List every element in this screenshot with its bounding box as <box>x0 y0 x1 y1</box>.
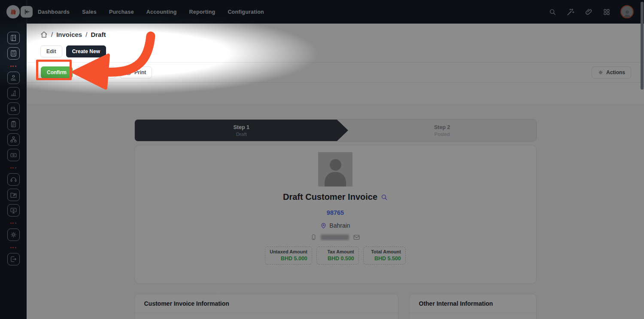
avatar-person-icon <box>623 9 632 18</box>
invoice-country-row: Bahrain <box>320 222 350 229</box>
ledger-book-icon[interactable] <box>7 32 20 44</box>
vertical-scrollbar[interactable] <box>641 2 644 90</box>
hand-payment-icon[interactable] <box>7 72 20 84</box>
logo-mark-icon <box>9 8 17 16</box>
sidebar-collapse-button[interactable] <box>21 6 33 18</box>
menu-item-sales[interactable]: Sales <box>82 9 97 15</box>
customer-invoice-information-card: Customer Invoice Information Customer* A… <box>134 294 398 319</box>
invoice-country: Bahrain <box>329 222 350 229</box>
hierarchy-boxes-icon[interactable] <box>7 133 20 146</box>
amount-label: Total Amount <box>368 249 401 254</box>
sidebar-section-divider <box>10 247 16 248</box>
user-avatar[interactable] <box>620 5 634 18</box>
invoice-number[interactable]: 98765 <box>327 209 344 216</box>
menu-item-configuration[interactable]: Configuration <box>228 9 264 15</box>
sidebar-section-divider <box>10 223 16 224</box>
status-toolbar: Confirm Cancel Print Actions <box>27 63 644 82</box>
cancel-button[interactable]: Cancel <box>76 66 116 78</box>
navbar-actions <box>549 0 634 24</box>
amount-value: BHD 0.500 <box>321 256 354 262</box>
phone-icon <box>311 234 316 241</box>
page-content: Step 1 Draft Step 2 Posted Draft Custome… <box>27 104 644 319</box>
tax-amount-box: Tax Amount BHD 0.500 <box>316 247 359 265</box>
cash-icon[interactable] <box>7 149 20 161</box>
total-amount-box: Total Amount BHD 5.500 <box>363 247 406 265</box>
breadcrumb-separator: / <box>85 31 87 38</box>
step-posted[interactable]: Step 2 Posted <box>348 120 536 141</box>
create-new-button[interactable]: Create New <box>66 45 106 57</box>
amount-label: Untaxed Amount <box>270 249 307 254</box>
menu-item-reporting[interactable]: Reporting <box>189 9 216 15</box>
card-body: Customer* Abdulaziz Abdullah Customer Re… <box>135 313 398 319</box>
step-subtitle: Draft <box>236 132 247 137</box>
zoom-search-icon[interactable] <box>381 194 388 201</box>
step-draft[interactable]: Step 1 Draft <box>135 120 348 141</box>
apps-grid-icon[interactable] <box>603 8 611 16</box>
actions-button[interactable]: Actions <box>592 66 631 78</box>
box-add-icon[interactable] <box>7 102 20 115</box>
confirm-button[interactable]: Confirm <box>41 66 73 78</box>
app-window: Dashboards Sales Purchase Accounting Rep… <box>0 0 644 319</box>
breadcrumb: / Invoices / Draft <box>27 24 644 38</box>
print-button-label: Print <box>134 69 146 75</box>
info-cards-row: Customer Invoice Information Customer* A… <box>134 294 537 319</box>
settings-gear-icon[interactable] <box>7 229 20 241</box>
card-body: Sales Person Maryam Hasan <box>410 313 536 319</box>
headset-support-icon[interactable] <box>7 173 20 186</box>
customer-photo-placeholder <box>318 152 352 187</box>
step-title: Step 1 <box>233 124 249 130</box>
logout-icon[interactable] <box>7 253 20 265</box>
sidebar-section-divider <box>10 66 16 67</box>
folder-documents-icon[interactable] <box>7 189 20 201</box>
card-title: Customer Invoice Information <box>135 294 398 313</box>
gear-icon <box>598 69 604 75</box>
untaxed-amount-box: Untaxed Amount BHD 5.000 <box>265 247 312 265</box>
status-step-bar: Step 1 Draft Step 2 Posted <box>134 119 537 141</box>
amount-value: BHD 5.500 <box>368 256 401 262</box>
amount-value: BHD 5.000 <box>270 256 307 262</box>
breadcrumb-current-page: Draft <box>91 31 106 38</box>
step-subtitle: Posted <box>434 132 450 137</box>
collapse-arrow-icon <box>24 9 30 15</box>
card-title: Other Internal Information <box>410 294 536 313</box>
actions-button-label: Actions <box>606 69 625 75</box>
envelope-icon <box>353 235 360 240</box>
growth-chart-icon[interactable] <box>7 87 20 99</box>
record-buttons-row: Edit Create New <box>40 45 644 57</box>
menu-item-purchase[interactable]: Purchase <box>109 9 134 15</box>
breadcrumb-invoices[interactable]: Invoices <box>56 31 82 38</box>
amount-label: Tax Amount <box>321 249 354 254</box>
printer-icon <box>126 69 132 75</box>
amount-summary-row: Untaxed Amount BHD 5.000 Tax Amount BHD … <box>265 247 406 265</box>
invoice-title: Draft Customer Invoice <box>283 192 377 202</box>
menu-item-accounting[interactable]: Accounting <box>146 9 177 15</box>
other-internal-information-card: Other Internal Information Sales Person … <box>409 294 537 319</box>
attachment-icon[interactable] <box>585 8 593 16</box>
app-logo[interactable] <box>6 5 20 18</box>
invoice-contact-row <box>311 234 360 241</box>
menu-item-dashboards[interactable]: Dashboards <box>38 9 70 15</box>
left-sidebar <box>0 24 27 319</box>
print-button[interactable]: Print <box>120 66 152 78</box>
main-area: / Invoices / Draft Edit Create New Confi… <box>27 24 644 319</box>
magic-wand-icon[interactable] <box>566 8 575 16</box>
main-menu: Dashboards Sales Purchase Accounting Rep… <box>38 9 264 15</box>
search-icon[interactable] <box>549 8 556 16</box>
breadcrumb-separator: / <box>51 31 53 38</box>
edit-button[interactable]: Edit <box>40 45 62 57</box>
redacted-phone-number <box>321 235 349 240</box>
calculator-icon[interactable] <box>7 47 20 60</box>
invoice-summary-card: Draft Customer Invoice 98765 Bahrain Unt… <box>134 145 537 284</box>
home-icon[interactable] <box>40 31 48 38</box>
invoice-title-row: Draft Customer Invoice <box>283 192 388 202</box>
clipboard-calculator-icon[interactable] <box>7 118 20 130</box>
monitor-icon[interactable] <box>7 204 20 217</box>
top-navbar: Dashboards Sales Purchase Accounting Rep… <box>0 0 644 24</box>
divider <box>27 82 644 83</box>
location-pin-icon <box>320 223 327 229</box>
step-title: Step 2 <box>434 124 450 130</box>
sidebar-section-divider <box>10 167 16 169</box>
